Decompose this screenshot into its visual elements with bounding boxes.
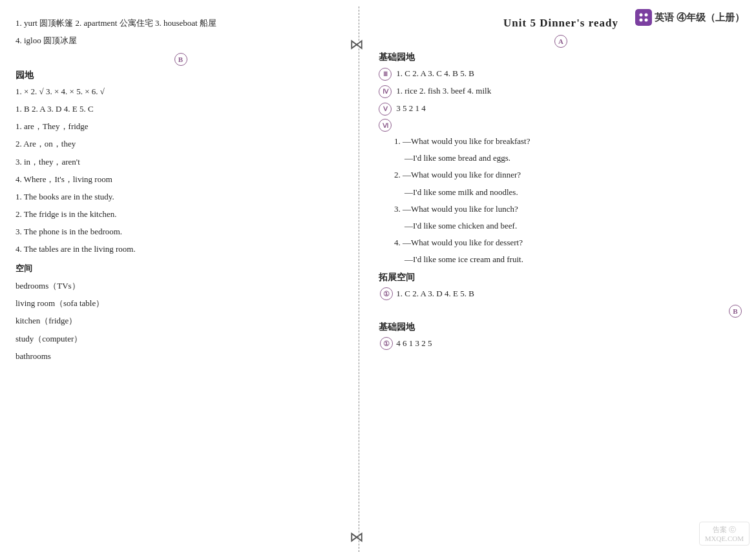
dialog-4-q: 4. —What would you like for dessert? bbox=[394, 236, 743, 250]
sentence-1: 1. The books are in the study. bbox=[16, 190, 346, 204]
unit-title: Unit 5 Dinner's ready bbox=[379, 17, 743, 30]
b-answers-line: ① 4 6 1 3 2 5 bbox=[379, 336, 743, 351]
watermark-box: 告案 ⓒ MXQE.COM bbox=[699, 522, 750, 546]
space-title: 空间 bbox=[16, 261, 346, 276]
roman6-header: Ⅵ bbox=[379, 119, 743, 132]
tuozhan-circle-icon: ① bbox=[380, 287, 393, 300]
tuozhan-answer-line: ① 1. C 2. A 3. D 4. E 5. B bbox=[379, 287, 743, 301]
top-line2: 4. igloo 圆顶冰屋 bbox=[16, 34, 346, 48]
watermark-text2: MXQE.COM bbox=[705, 535, 744, 542]
jichuyuandi-title2: 基础园地 bbox=[379, 322, 743, 333]
b-circle-label: B bbox=[174, 53, 187, 66]
section-b-circle-right: B bbox=[379, 305, 743, 318]
b-answers-circle-icon: ① bbox=[380, 337, 393, 350]
dialog-2-a: —I'd like some milk and noodles. bbox=[404, 185, 743, 199]
roman4-icon: Ⅳ bbox=[379, 85, 392, 98]
fill-answers-block: 1. are，They，fridge 2. Are，on，they 3. in，… bbox=[16, 119, 346, 186]
dialog-1-a: —I'd like some bread and eggs. bbox=[404, 151, 743, 165]
check-answers: 1. × 2. √ 3. × 4. × 5. × 6. √ bbox=[16, 85, 346, 99]
main-layout: 1. yurt 圆顶帐篷 2. apartment 公寓住宅 3. houseb… bbox=[0, 0, 756, 552]
dialog-1-q: 1. —What would you like for breakfast? bbox=[394, 134, 743, 148]
dialog-2-q: 2. —What would you like for dinner? bbox=[394, 168, 743, 182]
right-panel: Unit 5 Dinner's ready A 基础园地 Ⅲ 1. C 2. A… bbox=[359, 6, 756, 552]
space-item-0: bedrooms（TVs） bbox=[16, 279, 346, 293]
section-b-circle-left: B bbox=[16, 53, 346, 66]
watermark: 告案 ⓒ MXQE.COM bbox=[699, 522, 750, 546]
tuozhan-title: 拓展空间 bbox=[379, 272, 743, 283]
letter-answers: 1. B 2. A 3. D 4. E 5. C bbox=[16, 102, 346, 116]
roman3-line: Ⅲ 1. C 2. A 3. C 4. B 5. B bbox=[379, 66, 743, 81]
a-circle-label: A bbox=[554, 35, 567, 48]
space-item-3: study（computer） bbox=[16, 332, 346, 346]
top-line1: 1. yurt 圆顶帐篷 2. apartment 公寓住宅 3. houseb… bbox=[16, 16, 346, 30]
space-item-2: kitchen（fridge） bbox=[16, 314, 346, 328]
jichuyuandi-title: 基础园地 bbox=[379, 52, 743, 63]
watermark-text1: 告案 ⓒ bbox=[705, 525, 744, 535]
roman5-line: Ⅴ 3 5 2 1 4 bbox=[379, 101, 743, 116]
r5-answers: 3 5 2 1 4 bbox=[396, 103, 426, 113]
fill-answer-3: 3. in，they，aren't bbox=[16, 155, 346, 169]
r4-answers: 1. rice 2. fish 3. beef 4. milk bbox=[396, 86, 491, 96]
dialog-4-a: —I'd like some ice cream and fruit. bbox=[404, 252, 743, 267]
dialog-3-q: 3. —What would you like for lunch? bbox=[394, 202, 743, 216]
r3-answers: 1. C 2. A 3. C 4. B 5. B bbox=[396, 68, 474, 78]
roman4-line: Ⅳ 1. rice 2. fish 3. beef 4. milk bbox=[379, 84, 743, 98]
dialog-3-a: —I'd like some chicken and beef. bbox=[404, 219, 743, 233]
sentence-answers-block: 1. The books are in the study. 2. The fr… bbox=[16, 190, 346, 256]
section-a-circle: A bbox=[379, 35, 743, 48]
top-answers: 1. yurt 圆顶帐篷 2. apartment 公寓住宅 3. houseb… bbox=[16, 16, 346, 48]
b-answers: 4 6 1 3 2 5 bbox=[396, 338, 432, 348]
left-panel: 1. yurt 圆顶帐篷 2. apartment 公寓住宅 3. houseb… bbox=[0, 6, 359, 552]
fill-answer-1: 1. are，They，fridge bbox=[16, 119, 346, 134]
space-items-block: bedrooms（TVs） living room（sofa table） ki… bbox=[16, 279, 346, 363]
roman3-icon: Ⅲ bbox=[379, 68, 392, 81]
fill-answer-4: 4. Where，It's，living room bbox=[16, 172, 346, 187]
sentence-2: 2. The fridge is in the kitchen. bbox=[16, 207, 346, 221]
roman5-icon: Ⅴ bbox=[379, 103, 392, 116]
sentence-3: 3. The phone is in the bedroom. bbox=[16, 225, 346, 239]
b-circle-right-label: B bbox=[729, 305, 742, 318]
sentence-4: 4. The tables are in the living room. bbox=[16, 242, 346, 256]
yuandi-title-left: 园地 bbox=[16, 70, 346, 81]
tuozhan-answers: 1. C 2. A 3. D 4. E 5. B bbox=[396, 289, 474, 298]
roman6-block: Ⅵ 1. —What would you like for breakfast?… bbox=[379, 119, 743, 267]
fill-answer-2: 2. Are，on，they bbox=[16, 137, 346, 151]
space-item-4: bathrooms bbox=[16, 349, 346, 363]
space-item-1: living room（sofa table） bbox=[16, 296, 346, 311]
roman6-icon: Ⅵ bbox=[379, 119, 392, 132]
